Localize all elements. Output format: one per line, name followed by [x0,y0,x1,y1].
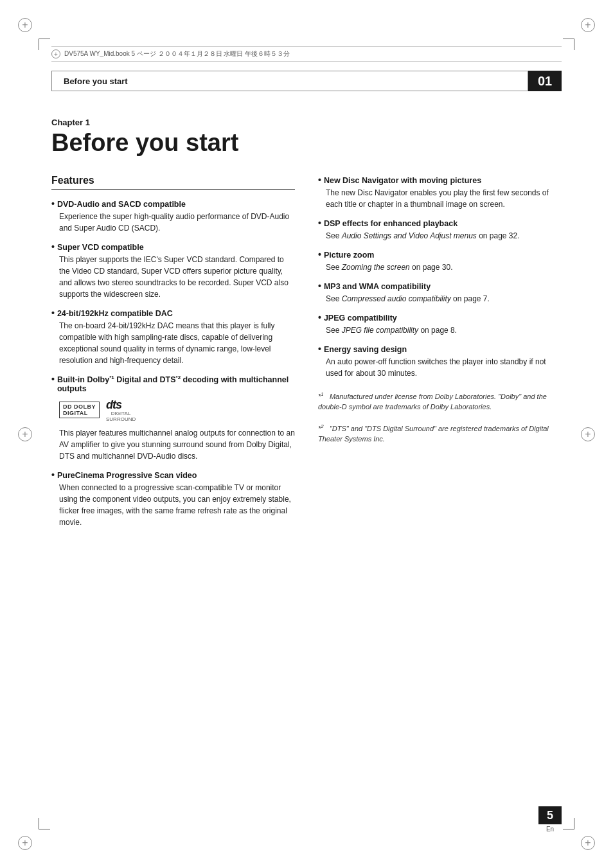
feature-picture-zoom-title: Picture zoom [318,249,562,260]
footnote-2: *2 "DTS" and "DTS Digital Surround" are … [318,423,562,445]
feature-dolby-dts-body: This player features multichannel analog… [51,427,295,462]
feature-mp3-wma-body: See Compressed audio compatibility on pa… [318,293,562,305]
feature-purecinema-title: PureCinema Progressive Scan video [51,470,295,480]
feature-jpeg-body: See JPEG file compatibility on page 8. [318,324,562,336]
feature-energy-body: An auto power-off function switches the … [318,356,562,379]
feature-energy-title: Energy saving design [318,344,562,354]
reg-mark-tr [581,18,595,32]
reg-mark-bl [18,836,32,850]
section-header: Before you start 01 [51,71,562,91]
reg-mark-mr [581,427,595,441]
crosshair-icon: + [51,49,60,58]
feature-purecinema: PureCinema Progressive Scan video When c… [51,470,295,528]
crop-mark-tl [39,39,50,50]
feature-picture-zoom: Picture zoom See Zooming the screen on p… [318,249,562,273]
feature-disc-navigator: New Disc Navigator with moving pictures … [318,175,562,210]
metadata-bar: + DV575A WY_Mid.book 5 ページ ２００４年１月２８日 水曜… [51,46,562,62]
footnotes: *1 Manufactured under license from Dolby… [318,391,562,445]
page-number: 5 [538,806,562,824]
feature-dac-title: 24-bit/192kHz compatible DAC [51,308,295,318]
feature-jpeg-title: JPEG compatibility [318,312,562,323]
page-lang: En [546,826,554,833]
feature-super-vcd: Super VCD compatible This player support… [51,242,295,300]
feature-dolby-dts-title: Built-in Dolby*1 Digital and DTS*2 decod… [51,374,295,393]
chapter-title: Before you start [51,130,562,157]
chapter-label: Chapter 1 [51,118,562,127]
feature-purecinema-body: When connected to a progressive scan-com… [51,482,295,528]
section-header-title: Before you start [51,71,528,91]
feature-dsp: DSP effects for enhanced playback See Au… [318,218,562,242]
dolby-logo: DD DOLBYDIGITAL [59,402,100,418]
feature-mp3-wma: MP3 and WMA compatibility See Compressed… [318,281,562,305]
feature-dac-body: The on-board 24-bit/192kHz DAC means tha… [51,320,295,366]
footnote-1: *1 Manufactured under license from Dolby… [318,391,562,412]
content-area: Chapter 1 Before you start Features DVD-… [51,100,562,817]
feature-dsp-title: DSP effects for enhanced playback [318,218,562,228]
section-header-number: 01 [528,71,562,91]
feature-dvd-audio-title: DVD-Audio and SACD compatible [51,199,295,209]
logo-row: DD DOLBYDIGITAL dts DIGITALSURROUND [59,398,295,422]
feature-super-vcd-title: Super VCD compatible [51,242,295,252]
feature-dsp-body: See Audio Settings and Video Adjust menu… [318,230,562,242]
reg-mark-br [581,836,595,850]
columns: Features DVD-Audio and SACD compatible E… [51,175,562,536]
crop-mark-tr [563,39,574,50]
feature-picture-zoom-body: See Zooming the screen on page 30. [318,261,562,273]
feature-mp3-wma-title: MP3 and WMA compatibility [318,281,562,291]
feature-dolby-dts: Built-in Dolby*1 Digital and DTS*2 decod… [51,374,295,462]
page-number-area: 5 En [538,806,562,833]
feature-dvd-audio: DVD-Audio and SACD compatible Experience… [51,199,295,234]
features-heading: Features [51,175,295,190]
feature-dac: 24-bit/192kHz compatible DAC The on-boar… [51,308,295,366]
reg-mark-ml [18,427,32,441]
crop-mark-br [563,818,574,829]
feature-jpeg: JPEG compatibility See JPEG file compati… [318,312,562,336]
file-info: DV575A WY_Mid.book 5 ページ ２００４年１月２８日 水曜日 … [64,49,290,58]
feature-dvd-audio-body: Experience the super high-quality audio … [51,211,295,234]
feature-disc-navigator-title: New Disc Navigator with moving pictures [318,175,562,185]
feature-super-vcd-body: This player supports the IEC's Super VCD… [51,254,295,300]
crop-mark-bl [39,818,50,829]
left-column: Features DVD-Audio and SACD compatible E… [51,175,295,536]
reg-mark-tl [18,18,32,32]
dts-logo-block: dts DIGITALSURROUND [106,398,136,422]
feature-disc-navigator-body: The new Disc Navigator enables you play … [318,187,562,210]
feature-energy: Energy saving design An auto power-off f… [318,344,562,379]
right-column: New Disc Navigator with moving pictures … [318,175,562,536]
